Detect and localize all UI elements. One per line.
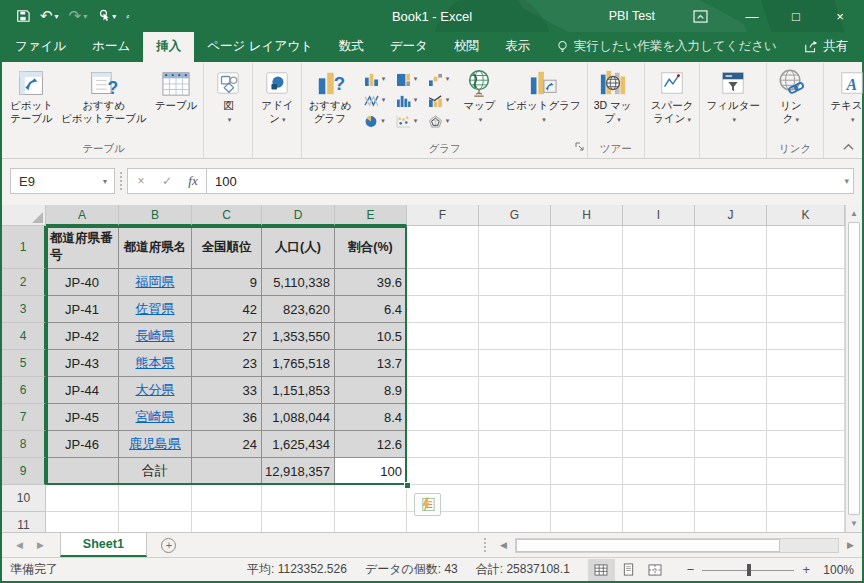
col-header-I[interactable]: I (623, 205, 695, 226)
cell-A7[interactable]: JP-45 (46, 404, 119, 431)
cell[interactable] (695, 485, 767, 512)
page-layout-view-button[interactable] (615, 559, 642, 581)
col-header-B[interactable]: B (119, 205, 192, 226)
cell[interactable] (119, 512, 192, 532)
filters-button[interactable]: フィルター ▾ (702, 64, 763, 127)
cell[interactable] (695, 226, 767, 269)
pivottable-button[interactable]: ピボット テーブル (6, 64, 57, 126)
text-button[interactable]: A テキスト ▾ (826, 64, 864, 127)
cell-C6[interactable]: 33 (192, 377, 262, 404)
touch-mode-button[interactable]: ▾ (93, 7, 120, 25)
cell[interactable] (192, 485, 262, 512)
cell[interactable] (551, 269, 623, 296)
cell[interactable] (551, 350, 623, 377)
cell[interactable] (623, 226, 695, 269)
cell-B7-hyperlink[interactable]: 宮崎県 (119, 404, 192, 431)
illustrations-button[interactable]: 図 ▾ (206, 64, 250, 127)
zoom-level[interactable]: 100% (818, 563, 854, 577)
cell[interactable] (407, 269, 479, 296)
cell[interactable] (767, 350, 845, 377)
link-button[interactable]: リン ク▾ (769, 64, 813, 127)
vertical-scroll-thumb[interactable] (848, 222, 860, 515)
row-header-1[interactable]: 1 (2, 226, 46, 269)
cell-C8[interactable]: 24 (192, 431, 262, 458)
combo-chart-button[interactable]: ▾ (423, 90, 453, 110)
cell[interactable] (695, 377, 767, 404)
radar-chart-button[interactable]: ▾ (423, 111, 453, 131)
cell[interactable] (767, 296, 845, 323)
cell-C3[interactable]: 42 (192, 296, 262, 323)
horizontal-scroll-thumb[interactable] (516, 539, 780, 552)
cell[interactable] (695, 323, 767, 350)
column-chart-button[interactable]: ▾ (359, 69, 389, 89)
cell[interactable] (479, 404, 551, 431)
col-header-K[interactable]: K (767, 205, 845, 226)
tell-me-box[interactable]: 実行したい作業を入力してください (557, 38, 777, 62)
next-sheet-icon[interactable]: ▶ (37, 540, 44, 550)
cell-E4[interactable]: 10.5 (335, 323, 407, 350)
cell-C1[interactable]: 全国順位 (192, 226, 262, 269)
cell[interactable] (623, 485, 695, 512)
cell-D5[interactable]: 1,765,518 (262, 350, 335, 377)
col-header-E[interactable]: E (335, 205, 407, 226)
name-box[interactable]: E9 ▾ (10, 168, 115, 194)
cell-B2-hyperlink[interactable]: 福岡県 (119, 269, 192, 296)
vertical-scrollbar[interactable]: ▲ ▼ (845, 205, 862, 532)
cell-E7[interactable]: 8.4 (335, 404, 407, 431)
redo-button[interactable]: ↷▾ (65, 5, 92, 27)
cell[interactable] (479, 377, 551, 404)
cell-B1[interactable]: 都道府県名 (119, 226, 192, 269)
row-header-8[interactable]: 8 (2, 431, 46, 458)
minimize-button[interactable]: — (730, 0, 774, 32)
horizontal-scrollbar[interactable]: ◀ ▶ (484, 533, 862, 557)
cell[interactable] (695, 431, 767, 458)
cell-B6-hyperlink[interactable]: 大分県 (119, 377, 192, 404)
scatter-chart-button[interactable]: ▾ (391, 111, 421, 131)
hierarchy-chart-button[interactable]: ▾ (391, 69, 421, 89)
cell-D1[interactable]: 人口(人) (262, 226, 335, 269)
cell[interactable] (551, 458, 623, 485)
undo-button[interactable]: ↶▾ (36, 5, 63, 27)
pivotchart-button[interactable]: ピボットグラフ ▾ (501, 64, 584, 127)
table-button[interactable]: テーブル (151, 64, 202, 113)
cancel-formula-icon[interactable]: × (128, 174, 154, 188)
cell[interactable] (623, 377, 695, 404)
cell[interactable] (767, 404, 845, 431)
cell-E6[interactable]: 8.9 (335, 377, 407, 404)
cell[interactable] (479, 269, 551, 296)
cell[interactable] (46, 485, 119, 512)
cell-D7[interactable]: 1,088,044 (262, 404, 335, 431)
cell[interactable] (623, 323, 695, 350)
enter-formula-icon[interactable]: ✓ (154, 174, 180, 188)
signed-in-user[interactable]: PBI Test (609, 9, 655, 23)
tab-insert[interactable]: 挿入 (143, 32, 194, 62)
tab-page-layout[interactable]: ページ レイアウト (194, 32, 326, 62)
pie-chart-button[interactable]: ▾ (359, 111, 389, 131)
ribbon-display-options-icon[interactable] (689, 8, 712, 25)
cell-C2[interactable]: 9 (192, 269, 262, 296)
insert-function-icon[interactable]: fx (180, 173, 206, 189)
cell[interactable] (767, 226, 845, 269)
save-icon[interactable] (12, 7, 34, 25)
cell[interactable] (192, 512, 262, 532)
recommended-pivottables-button[interactable]: ? おすすめ ピボットテーブル (57, 64, 151, 126)
cell[interactable] (623, 296, 695, 323)
cell-C7[interactable]: 36 (192, 404, 262, 431)
prev-sheet-icon[interactable]: ◀ (16, 540, 23, 550)
cell-D8[interactable]: 1,625,434 (262, 431, 335, 458)
cell[interactable] (479, 323, 551, 350)
bar-chart-button[interactable]: ▾ (391, 90, 421, 110)
quick-analysis-button[interactable] (414, 493, 441, 516)
cell[interactable] (479, 431, 551, 458)
col-header-G[interactable]: G (479, 205, 551, 226)
tab-review[interactable]: 校閲 (441, 32, 492, 62)
cell[interactable] (551, 485, 623, 512)
cell[interactable] (695, 458, 767, 485)
cell[interactable] (767, 269, 845, 296)
new-sheet-button[interactable]: + (147, 533, 191, 557)
cell[interactable] (623, 512, 695, 532)
cell-B4-hyperlink[interactable]: 長崎県 (119, 323, 192, 350)
cell-B3-hyperlink[interactable]: 佐賀県 (119, 296, 192, 323)
cell-A5[interactable]: JP-43 (46, 350, 119, 377)
recommended-charts-button[interactable]: ? おすすめ グラフ (304, 64, 355, 126)
